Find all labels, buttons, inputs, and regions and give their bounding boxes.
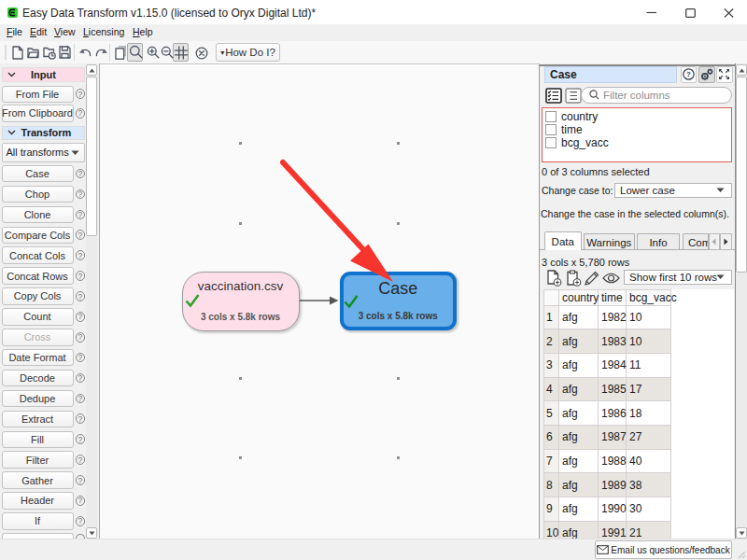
svg-text:?: ? [686,70,691,78]
